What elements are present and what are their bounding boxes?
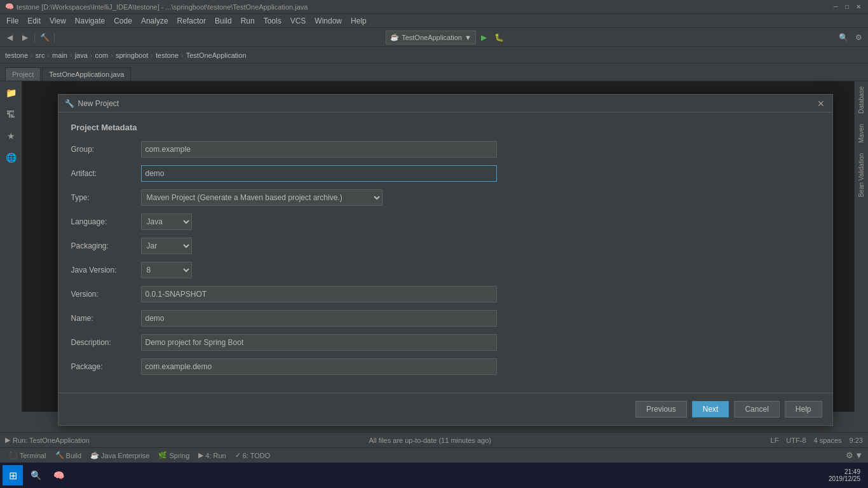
- search-everywhere-button[interactable]: 🔍: [836, 30, 850, 44]
- status-bar: ▶ Run: TestOneApplication All files are …: [0, 432, 868, 447]
- taskbar: ⊞ 🔍 🧠 21:49 2019/12/25: [0, 463, 868, 488]
- status-run-icon: ▶: [5, 436, 10, 444]
- breadcrumb-main[interactable]: main: [52, 51, 67, 59]
- menu-window[interactable]: Window: [311, 15, 346, 27]
- status-time: 9:23: [850, 437, 863, 444]
- toolbar-back-button[interactable]: ◀: [3, 30, 17, 44]
- status-indent[interactable]: 4 spaces: [814, 437, 842, 444]
- right-sidebar-database[interactable]: Database: [858, 81, 865, 119]
- status-encoding[interactable]: UTF-8: [786, 437, 806, 444]
- dialog-overlay: 🔧 New Project ✕ Project Metadata Group:: [22, 81, 868, 412]
- taskbar-search[interactable]: 🔍: [25, 465, 46, 485]
- version-input[interactable]: [141, 286, 497, 302]
- tool-java-enterprise[interactable]: ☕ Java Enterprise: [86, 450, 153, 461]
- breadcrumb-testone2[interactable]: testone: [156, 51, 179, 59]
- tab-testoneapplication[interactable]: TestOneApplication.java: [42, 67, 131, 81]
- java-version-select[interactable]: 8 11 14: [141, 262, 192, 278]
- dialog-close-button[interactable]: ✕: [816, 98, 826, 109]
- menu-edit[interactable]: Edit: [24, 15, 44, 27]
- status-line-sep[interactable]: LF: [771, 437, 779, 444]
- todo-icon: ✓: [235, 451, 241, 459]
- menu-tools[interactable]: Tools: [260, 15, 285, 27]
- menu-help[interactable]: Help: [347, 15, 370, 27]
- menu-build[interactable]: Build: [211, 15, 236, 27]
- description-input[interactable]: [141, 334, 497, 351]
- right-sidebar-bean-validation[interactable]: Bean Validation: [858, 148, 865, 202]
- help-button[interactable]: Help: [785, 401, 822, 417]
- windows-icon: ⊞: [9, 470, 17, 482]
- artifact-input[interactable]: [141, 165, 497, 182]
- menu-vcs[interactable]: VCS: [287, 15, 310, 27]
- cancel-button[interactable]: Cancel: [734, 401, 779, 417]
- debug-button[interactable]: 🐛: [492, 30, 506, 44]
- menu-analyze[interactable]: Analyze: [137, 15, 172, 27]
- java-version-row: Java Version: 8 11 14: [71, 262, 820, 278]
- settings-gear-icon[interactable]: ⚙: [846, 451, 853, 460]
- menu-view[interactable]: View: [46, 15, 70, 27]
- main-area: 📁 🏗 ★ 🌐 🔧 New Project ✕ Project Metadata: [0, 81, 868, 412]
- menu-file[interactable]: File: [3, 15, 22, 27]
- close-button[interactable]: ✕: [854, 3, 863, 11]
- title-bar-left: 🧠 testone [D:\Workspaces\IntelliJ_IDEA\t…: [5, 3, 308, 11]
- artifact-label: Artifact:: [71, 169, 141, 178]
- status-run-label[interactable]: ▶ Run: TestOneApplication: [5, 436, 90, 444]
- sidebar-project-icon[interactable]: 📁: [2, 84, 20, 102]
- group-input[interactable]: [141, 141, 497, 158]
- tool-todo[interactable]: ✓ 6: TODO: [231, 450, 275, 461]
- toolbar-forward-button[interactable]: ▶: [18, 30, 32, 44]
- collapse-icon[interactable]: ▼: [855, 451, 863, 460]
- description-label: Description:: [71, 338, 141, 347]
- java-enterprise-icon: ☕: [90, 451, 99, 459]
- package-label: Package:: [71, 362, 141, 371]
- language-select[interactable]: Java Kotlin Groovy: [141, 214, 192, 230]
- right-sidebar-maven[interactable]: Maven: [858, 119, 865, 148]
- previous-button[interactable]: Previous: [635, 401, 687, 417]
- status-run-text: Run: TestOneApplication: [13, 437, 90, 444]
- breadcrumb-springboot[interactable]: springboot: [116, 51, 148, 59]
- menu-run[interactable]: Run: [237, 15, 259, 27]
- maximize-button[interactable]: □: [843, 3, 851, 11]
- breadcrumb-src[interactable]: src: [36, 51, 45, 59]
- tool-build[interactable]: 🔨 Build: [51, 450, 85, 461]
- packaging-select[interactable]: Jar War: [141, 238, 192, 254]
- start-button[interactable]: ⊞: [3, 465, 23, 485]
- sep3: ›: [70, 51, 72, 59]
- toolbar: ◀ ▶ 🔨 ☕ TestOneApplication ▼ ▶ 🐛 🔍 ⚙: [0, 28, 868, 47]
- menu-refactor[interactable]: Refactor: [173, 15, 210, 27]
- breadcrumb-testone[interactable]: testone: [5, 51, 28, 59]
- left-sidebar: 📁 🏗 ★ 🌐: [0, 81, 22, 412]
- toolbar-separator-1: [34, 32, 35, 43]
- sidebar-structure-icon[interactable]: 🏗: [2, 105, 20, 123]
- type-select[interactable]: Maven Project (Generate a Maven based pr…: [141, 189, 383, 206]
- breadcrumb-bar: testone › src › main › java › com › spri…: [0, 47, 868, 64]
- sidebar-web-icon[interactable]: 🌐: [2, 149, 20, 166]
- breadcrumb-testoneapp[interactable]: TestOneApplication: [186, 51, 247, 59]
- name-input[interactable]: [141, 310, 497, 327]
- sep5: ›: [111, 51, 113, 59]
- taskbar-intellij[interactable]: 🧠: [48, 465, 69, 485]
- package-input[interactable]: [141, 358, 497, 375]
- toolbar-build-button[interactable]: 🔨: [37, 30, 51, 44]
- type-label: Type:: [71, 193, 141, 202]
- run-button[interactable]: ▶: [477, 30, 491, 44]
- breadcrumb-com[interactable]: com: [95, 51, 108, 59]
- next-button[interactable]: Next: [692, 401, 729, 417]
- tab-bar: Project TestOneApplication.java: [0, 64, 868, 81]
- tool-terminal[interactable]: ⬛ Terminal: [5, 450, 50, 461]
- tool-run[interactable]: ▶ 4: Run: [194, 450, 229, 461]
- menu-navigate[interactable]: Navigate: [71, 15, 109, 27]
- clock-date: 2019/12/25: [829, 475, 860, 482]
- settings-button[interactable]: ⚙: [851, 30, 865, 44]
- menu-code[interactable]: Code: [110, 15, 136, 27]
- status-right: LF UTF-8 4 spaces 9:23: [771, 437, 863, 444]
- taskbar-search-icon: 🔍: [31, 470, 41, 480]
- minimize-button[interactable]: ─: [831, 3, 840, 11]
- group-row: Group:: [71, 141, 820, 158]
- right-sidebar: Database Maven Bean Validation: [854, 81, 868, 412]
- run-config-selector[interactable]: ☕ TestOneApplication ▼: [386, 30, 476, 44]
- sep4: ›: [90, 51, 93, 59]
- tool-spring[interactable]: 🌿 Spring: [154, 450, 193, 461]
- tab-project[interactable]: Project: [5, 67, 41, 81]
- sidebar-favorites-icon[interactable]: ★: [2, 127, 20, 145]
- breadcrumb-java[interactable]: java: [75, 51, 88, 59]
